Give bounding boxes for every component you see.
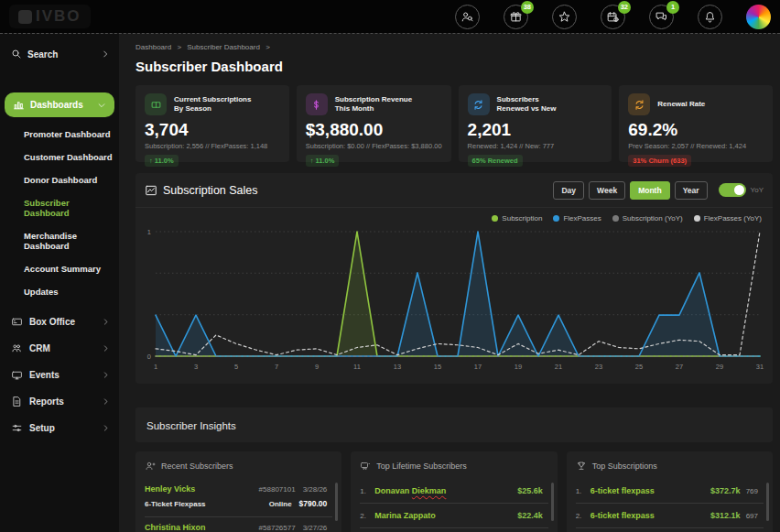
sidebar-item-merchandise-dashboard[interactable]: Merchandise Dashboard [0, 224, 119, 257]
app-logo[interactable]: IVBO [9, 5, 91, 28]
messages-button[interactable]: 1 [649, 5, 674, 29]
calendar-icon [606, 10, 620, 24]
sidebar-item-promoter-dashboard[interactable]: Promoter Dashboard [0, 123, 119, 146]
sidebar-item-box-office[interactable]: Box Office [0, 309, 119, 335]
stat-card-title: Subscription RevenueThis Month [335, 95, 412, 114]
top-lifetime-title: Top Lifetime Subscribers [376, 461, 467, 471]
scrollbar[interactable] [551, 483, 554, 521]
sync-icon [468, 93, 490, 115]
star-icon [558, 10, 571, 24]
order-number: #58807101 [259, 485, 296, 494]
stat-card-title: Renewal Rate [657, 100, 705, 109]
scrollbar[interactable] [766, 483, 769, 521]
chevron-right-icon [101, 49, 110, 59]
chart-title: Subscription Sales [163, 184, 548, 197]
calendar-button[interactable]: 32 [601, 5, 625, 29]
sidebar-item-subscriber-dashboard[interactable]: Subscriber Dashboard [0, 191, 119, 224]
subscription-name-link[interactable]: 6-ticket flexpass [590, 486, 710, 495]
sidebar-item-reports[interactable]: Reports [0, 388, 119, 415]
subscriber-name-link[interactable]: Christina Hixon [145, 523, 206, 532]
subscriber-name-link[interactable]: Henley Vicks [145, 484, 195, 494]
user-search-button[interactable] [455, 5, 480, 29]
page-title: Subscriber Dashboard [135, 59, 773, 74]
logo-block-icon [18, 10, 32, 24]
rank-number: 1. [576, 487, 590, 495]
range-button-day[interactable]: Day [553, 181, 584, 200]
subscription-revenue: $372.7k [710, 486, 741, 495]
gifts-button[interactable]: 38 [504, 5, 528, 29]
svg-text:13: 13 [394, 363, 401, 371]
scrollbar[interactable] [335, 483, 338, 521]
setup-icon [11, 422, 23, 434]
sidebar-search[interactable]: Search [0, 39, 119, 69]
sidebar-item-dashboards[interactable]: Dashboards [5, 92, 114, 117]
user-avatar[interactable] [746, 5, 771, 29]
sidebar-item-events[interactable]: Events [0, 362, 119, 388]
stat-card-badge: ↑ 11.0% [145, 155, 179, 167]
stat-card-4: Renewal Rate69.2%Prev Season: 2,057 // R… [619, 85, 773, 162]
subscription-sales-panel: Subscription Sales DayWeekMonthYear YoY … [135, 173, 773, 384]
dashboards-label: Dashboards [30, 100, 92, 110]
chevron-right-icon [102, 371, 110, 379]
stat-card-header: Subscription RevenueThis Month [306, 93, 442, 115]
sidebar-item-setup[interactable]: Setup [0, 415, 119, 441]
legend-subscription: Subscription [492, 214, 542, 223]
subscription-name-link[interactable]: 6-ticket flexpass [590, 511, 710, 520]
stat-card-1: Current SubscriptionsBy Season3,704Subsc… [135, 85, 289, 162]
svg-text:25: 25 [635, 363, 643, 371]
sidebar-item-crm[interactable]: CRM [0, 335, 119, 362]
svg-text:7: 7 [275, 363, 278, 371]
favorites-button[interactable] [552, 5, 577, 29]
breadcrumb-dashboard[interactable]: Dashboard [135, 43, 171, 51]
sidebar-item-donor-dashboard[interactable]: Donor Dashboard [0, 168, 119, 191]
events-icon [11, 369, 23, 381]
badge-icon [360, 461, 371, 472]
yoy-toggle[interactable] [719, 183, 746, 197]
svg-text:1: 1 [147, 228, 151, 236]
stat-card-value: 2,201 [468, 120, 603, 140]
legend-subscription-yoy-: Subscription (YoY) [612, 214, 683, 223]
stat-card-value: $3,880.00 [306, 120, 442, 140]
gift-icon [509, 10, 523, 24]
person-icon [145, 461, 156, 472]
search-label: Search [27, 49, 95, 60]
stat-card-value: 3,704 [145, 120, 280, 140]
breadcrumb-subscriber-dashboard[interactable]: Subscriber Dashboard [187, 43, 260, 51]
svg-text:1: 1 [154, 363, 157, 371]
chevron-down-icon [97, 101, 106, 110]
order-date: 3/27/26 [303, 524, 328, 532]
crm-icon [11, 342, 23, 354]
logo-text: IVBO [36, 7, 81, 26]
subscriber-name-link[interactable]: Marina Zappato [374, 511, 517, 520]
yoy-toggle-label: YoY [751, 186, 764, 194]
rank-number: 2. [360, 512, 374, 520]
svg-text:0: 0 [147, 353, 151, 361]
menu-item-label: CRM [29, 343, 95, 353]
recent-subscriber-row: Henley Vicks#588071013/28/266-Ticket Fle… [145, 479, 332, 517]
svg-text:5: 5 [234, 363, 238, 371]
top-subscriptions-title: Top Subscriptions [592, 461, 657, 471]
sync-icon [628, 93, 650, 115]
stat-cards-row: Current SubscriptionsBy Season3,704Subsc… [135, 85, 773, 162]
svg-text:21: 21 [555, 363, 562, 371]
order-amount-group: Online$790.00 [269, 494, 328, 510]
gifts-badge: 38 [521, 1, 534, 14]
order-channel: Online [269, 500, 292, 508]
sidebar-item-customer-dashboard[interactable]: Customer Dashboard [0, 146, 119, 168]
stat-card-title: Current SubscriptionsBy Season [174, 95, 251, 114]
sidebar-item-account-summary[interactable]: Account Summary [0, 257, 119, 280]
svg-text:3: 3 [194, 363, 198, 371]
range-button-year[interactable]: Year [675, 181, 708, 200]
bar-chart-icon [13, 99, 25, 111]
sidebar-item-updates[interactable]: Updates [0, 280, 119, 303]
dollar-icon [306, 93, 328, 115]
subscriber-name-link[interactable]: Donavan Diekman [374, 486, 517, 495]
range-button-week[interactable]: Week [589, 181, 625, 200]
top-subscription-row: 1.6-ticket flexpass$372.7k769 [576, 479, 764, 504]
calendar-badge: 32 [618, 1, 631, 14]
notifications-button[interactable] [698, 5, 722, 29]
stat-card-header: Current SubscriptionsBy Season [145, 93, 280, 115]
range-button-month[interactable]: Month [630, 181, 670, 200]
top-lifetime-subscribers-card: Top Lifetime Subscribers 1.Donavan Diekm… [351, 451, 557, 532]
subscription-sales-chart: 10135791113151719212325272931 [141, 224, 767, 375]
